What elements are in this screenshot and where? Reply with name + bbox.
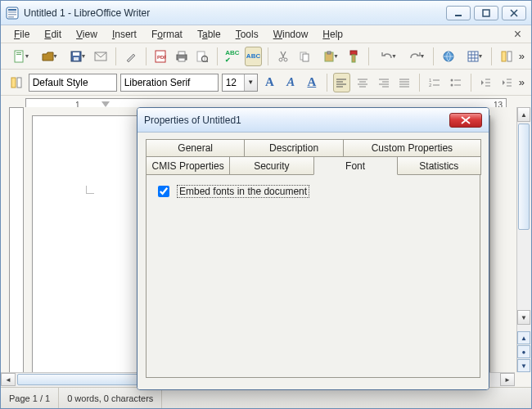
status-word-count[interactable]: 0 words, 0 characters xyxy=(59,388,162,408)
scroll-thumb[interactable] xyxy=(518,124,530,230)
separator xyxy=(146,47,147,65)
menu-tools[interactable]: Tools xyxy=(229,27,265,42)
align-right-button[interactable] xyxy=(375,73,393,92)
align-left-button[interactable] xyxy=(333,73,351,92)
scroll-up-button[interactable]: ▲ xyxy=(517,107,530,122)
separator xyxy=(115,47,116,65)
svg-rect-5 xyxy=(455,15,462,16)
align-center-button[interactable] xyxy=(354,73,372,92)
print-preview-button[interactable] xyxy=(194,47,212,66)
vertical-ruler[interactable] xyxy=(9,107,24,387)
increase-indent-button[interactable] xyxy=(498,73,516,92)
separator xyxy=(419,74,420,92)
underline-button[interactable]: A xyxy=(303,73,321,92)
tab-font[interactable]: Font xyxy=(313,157,398,175)
tab-statistics[interactable]: Statistics xyxy=(397,157,481,175)
menu-insert[interactable]: Insert xyxy=(106,27,143,42)
paragraph-style-combo[interactable]: ▼ xyxy=(29,74,117,92)
status-page[interactable]: Page 1 / 1 xyxy=(1,388,59,408)
svg-rect-27 xyxy=(303,54,309,61)
close-document-icon[interactable]: × xyxy=(511,27,525,42)
copy-button[interactable] xyxy=(295,47,313,66)
toolbar-overflow-icon[interactable]: » xyxy=(519,76,525,88)
embed-fonts-row: Embed fonts in the document xyxy=(155,183,471,200)
close-button[interactable] xyxy=(502,6,526,20)
italic-button[interactable]: A xyxy=(282,73,300,92)
separator xyxy=(433,47,434,65)
svg-rect-31 xyxy=(352,55,355,62)
dialog-body: General Description Custom Properties CM… xyxy=(138,133,489,389)
cut-button[interactable] xyxy=(274,47,292,66)
svg-point-62 xyxy=(450,79,453,81)
window-title: Untitled 1 - LibreOffice Writer xyxy=(24,7,446,19)
svg-rect-19 xyxy=(178,52,185,55)
bullet-list-button[interactable] xyxy=(447,73,465,92)
minimize-button[interactable] xyxy=(446,6,471,20)
paste-button[interactable]: ▼ xyxy=(316,47,341,66)
nav-target-button[interactable]: ● xyxy=(517,345,530,358)
tab-general[interactable]: General xyxy=(146,139,245,157)
svg-point-25 xyxy=(284,58,287,61)
auto-spellcheck-button[interactable]: ABC xyxy=(245,47,263,66)
prev-page-button[interactable]: ▲ xyxy=(517,331,530,344)
window-titlebar[interactable]: Untitled 1 - LibreOffice Writer xyxy=(1,1,531,25)
redo-button[interactable]: ▼ xyxy=(403,47,428,66)
print-button[interactable] xyxy=(173,47,191,66)
properties-dialog: Properties of Untitled1 General Descript… xyxy=(137,107,489,390)
svg-rect-1 xyxy=(8,9,16,11)
numbered-list-button[interactable]: 12 xyxy=(426,73,444,92)
svg-rect-13 xyxy=(73,52,79,56)
svg-rect-20 xyxy=(178,58,185,61)
toolbar-overflow-icon[interactable]: » xyxy=(519,50,525,62)
app-window: Untitled 1 - LibreOffice Writer File Edi… xyxy=(0,0,532,409)
tab-security[interactable]: Security xyxy=(229,157,313,175)
spellcheck-button[interactable]: ABC✔ xyxy=(223,47,241,66)
menu-window[interactable]: Window xyxy=(267,27,315,42)
embed-fonts-checkbox[interactable] xyxy=(158,186,169,197)
edit-doc-button[interactable] xyxy=(122,47,140,66)
decrease-indent-button[interactable] xyxy=(476,73,494,92)
scroll-left-button[interactable]: ◄ xyxy=(1,373,16,386)
svg-rect-10 xyxy=(16,52,21,53)
styles-button[interactable] xyxy=(498,47,516,66)
dialog-close-button[interactable] xyxy=(449,113,482,128)
insert-table-button[interactable]: ▼ xyxy=(461,47,486,66)
dialog-titlebar[interactable]: Properties of Untitled1 xyxy=(138,108,489,133)
font-size-input[interactable] xyxy=(223,74,244,91)
formatting-toolbar: ▼ ▼ ▼ A A A 12 » xyxy=(1,70,531,96)
save-button[interactable]: ▼ xyxy=(64,47,89,66)
clone-formatting-button[interactable] xyxy=(345,47,363,66)
open-button[interactable]: ▼ xyxy=(36,47,61,66)
next-page-button[interactable]: ▼ xyxy=(517,359,530,372)
align-justify-button[interactable] xyxy=(396,73,414,92)
font-size-combo[interactable]: ▼ xyxy=(222,74,258,92)
scroll-right-button[interactable]: ► xyxy=(500,373,515,386)
indent-marker-icon[interactable] xyxy=(101,101,110,107)
menu-help[interactable]: Help xyxy=(316,27,349,42)
svg-rect-40 xyxy=(11,78,16,88)
tab-cmis-properties[interactable]: CMIS Properties xyxy=(146,157,230,175)
dropdown-icon[interactable]: ▼ xyxy=(244,74,257,91)
svg-rect-41 xyxy=(17,78,21,88)
menu-table[interactable]: Table xyxy=(191,27,228,42)
font-name-combo[interactable]: ▼ xyxy=(120,74,219,92)
separator xyxy=(491,47,492,65)
maximize-button[interactable] xyxy=(474,6,498,20)
separator xyxy=(471,74,471,92)
embed-fonts-label[interactable]: Embed fonts in the document xyxy=(177,185,309,198)
tab-description[interactable]: Description xyxy=(244,139,343,157)
menu-format[interactable]: Format xyxy=(145,27,189,42)
scroll-down-button[interactable]: ▼ xyxy=(517,310,530,325)
menu-file[interactable]: File xyxy=(7,27,36,42)
bold-button[interactable]: A xyxy=(261,73,279,92)
styles-window-button[interactable] xyxy=(7,73,25,92)
vertical-scrollbar[interactable]: ▲ ▼ ▲ ● ▼ xyxy=(516,107,531,372)
tab-custom-properties[interactable]: Custom Properties xyxy=(343,139,481,157)
menu-edit[interactable]: Edit xyxy=(38,27,68,42)
new-doc-button[interactable]: ▼ xyxy=(7,47,33,66)
export-pdf-button[interactable]: PDF xyxy=(151,47,169,66)
hyperlink-button[interactable] xyxy=(440,47,458,66)
menu-view[interactable]: View xyxy=(70,27,104,42)
email-button[interactable] xyxy=(92,47,110,66)
undo-button[interactable]: ▼ xyxy=(374,47,399,66)
